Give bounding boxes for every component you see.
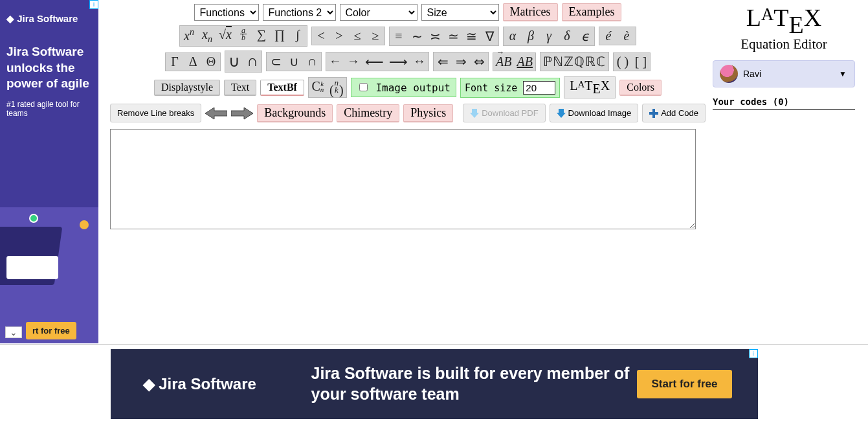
redo-arrow-icon[interactable] — [231, 106, 253, 120]
sym-bigcup[interactable]: ∪ — [225, 51, 243, 72]
matrices-button[interactable]: Matrices — [503, 3, 558, 21]
sym-epsilon[interactable]: ϵ — [576, 27, 594, 45]
symbol-row-2: Γ Δ Θ ∪ ∩ ⊂ ∪ ∩ ← → ⟵ ⟶ ↔ ⇐ ⇒ ⇔ →AB AB — [110, 51, 706, 73]
sym-underline-ab[interactable]: AB — [515, 53, 535, 71]
ad-info-icon[interactable]: i — [749, 349, 758, 358]
user-dropdown[interactable]: Ravi ▼ — [713, 60, 855, 87]
ad-collapse-chevron-icon[interactable]: ⌄ — [5, 326, 22, 338]
sym-cap[interactable]: ∩ — [303, 52, 321, 71]
font-size-input[interactable] — [523, 81, 555, 95]
sym-le[interactable]: ≤ — [348, 27, 366, 45]
sym-frac[interactable]: ab — [234, 26, 252, 46]
examples-button[interactable]: Examples — [562, 3, 622, 21]
ad-illustration: rt for free — [0, 194, 98, 343]
sym-longrightarrow[interactable]: ⟶ — [386, 52, 410, 71]
sym-parens[interactable]: ( ) — [614, 53, 632, 71]
colors-button[interactable]: Colors — [619, 80, 662, 96]
sym-e-acute[interactable]: é — [599, 27, 618, 45]
download-image-button[interactable]: Download Image — [550, 104, 639, 122]
sym-delta[interactable]: δ — [558, 27, 576, 45]
sym-int[interactable]: ∫ — [289, 26, 307, 46]
sym-cnk[interactable]: Ckn — [309, 78, 327, 97]
banner-content: i ◆ Jira Software Jira Software is built… — [111, 349, 758, 419]
sym-Delta[interactable]: Δ — [184, 53, 202, 71]
sym-simeq[interactable]: ≃ — [444, 27, 462, 45]
banner-cta-button[interactable]: Start for free — [637, 370, 731, 398]
textbf-button[interactable]: TextBf — [260, 80, 304, 96]
functions-select[interactable]: Functions — [194, 4, 259, 21]
image-output-checkbox[interactable] — [359, 83, 368, 91]
ad-logo: ◆ Jira Software — [6, 13, 92, 25]
symbol-row-1: xn xn √x ab ∑ ∏ ∫ < > ≤ ≥ ≡ ∼ ≍ ≃ ≅ ∇ α … — [110, 25, 706, 47]
sym-gt[interactable]: > — [330, 27, 348, 45]
sym-x-power-n[interactable]: xn — [180, 26, 198, 46]
sym-Leftrightarrow[interactable]: ⇔ — [470, 52, 488, 71]
latex-code-textarea[interactable] — [110, 129, 696, 229]
sym-leftarrow[interactable]: ← — [326, 52, 344, 71]
sym-brackets[interactable]: [ ] — [632, 53, 650, 71]
sym-vec-ab[interactable]: →AB — [493, 53, 514, 71]
banner-logo: ◆ Jira Software — [143, 375, 311, 393]
sym-cup[interactable]: ∪ — [285, 52, 303, 71]
your-codes-header: Your codes (0) — [713, 97, 855, 110]
sym-Leftarrow[interactable]: ⇐ — [434, 52, 452, 71]
avatar — [720, 65, 738, 83]
sym-Rightarrow[interactable]: ⇒ — [452, 52, 470, 71]
sym-binom[interactable]: nk — [327, 78, 346, 97]
symgroup-arrows: ← → ⟵ ⟶ ↔ — [326, 52, 429, 71]
sym-sim[interactable]: ∼ — [408, 27, 426, 45]
backgrounds-button[interactable]: Backgrounds — [257, 104, 333, 122]
ad-cta-button[interactable]: rt for free — [26, 322, 76, 339]
text-button[interactable]: Text — [224, 80, 256, 96]
symgroup-greek-lower: α β γ δ ϵ — [503, 27, 595, 46]
font-size-control: Font size — [460, 78, 560, 98]
chimestry-button[interactable]: Chimestry — [337, 104, 399, 122]
ad-info-icon[interactable]: i — [89, 0, 98, 9]
functions2-select[interactable]: Functions 2 — [263, 4, 336, 21]
editor-main: Functions Functions 2 Color Size Matrice… — [110, 3, 706, 231]
sym-x-sub-n[interactable]: xn — [198, 26, 216, 46]
banner-text: Jira Software is built for every member … — [311, 363, 638, 404]
sym-gamma[interactable]: γ — [540, 27, 558, 45]
download-image-label: Download Image — [568, 108, 632, 118]
symgroup-set: ⊂ ∪ ∩ — [266, 52, 322, 71]
sym-equiv[interactable]: ≡ — [390, 27, 408, 45]
sym-lt[interactable]: < — [312, 27, 330, 45]
sym-bigcap[interactable]: ∩ — [243, 51, 262, 72]
sym-alpha[interactable]: α — [504, 27, 522, 45]
symgroup-basic: xn xn √x ab ∑ ∏ ∫ — [179, 25, 307, 47]
undo-arrow-icon[interactable] — [205, 106, 227, 120]
sym-cong[interactable]: ≅ — [462, 27, 480, 45]
sym-sum[interactable]: ∑ — [252, 26, 271, 46]
size-select[interactable]: Size — [421, 4, 499, 21]
sym-leftrightarrow[interactable]: ↔ — [410, 52, 428, 71]
sym-sqrt[interactable]: √x — [216, 26, 234, 46]
add-code-button[interactable]: Add Code — [642, 104, 706, 122]
sym-subset[interactable]: ⊂ — [267, 52, 285, 71]
color-select[interactable]: Color — [340, 4, 417, 21]
sym-ge[interactable]: ≥ — [366, 27, 384, 45]
sym-prod[interactable]: ∏ — [271, 26, 289, 46]
latex-insert-button[interactable]: LATEX — [564, 76, 616, 98]
sym-asymp[interactable]: ≍ — [426, 27, 444, 45]
sym-Theta[interactable]: Θ — [202, 53, 220, 71]
latex-logo: LATEX — [713, 3, 855, 39]
sym-number-sets[interactable]: ℙℕℤℚℝℂ — [540, 52, 608, 71]
symgroup-vectors: →AB AB — [493, 52, 536, 71]
sym-Gamma[interactable]: Γ — [166, 53, 184, 71]
sym-longleftarrow[interactable]: ⟵ — [362, 52, 386, 71]
sym-rightarrow[interactable]: → — [344, 52, 362, 71]
left-sidebar-ad[interactable]: i ◆ Jira Software Jira Software unlocks … — [0, 0, 98, 343]
sym-beta[interactable]: β — [522, 27, 540, 45]
sym-e-grave[interactable]: è — [618, 27, 636, 45]
svg-marker-1 — [231, 108, 253, 119]
displaystyle-button[interactable]: Displaystyle — [154, 80, 220, 96]
symgroup-double-arrows: ⇐ ⇒ ⇔ — [433, 52, 489, 71]
sym-nabla[interactable]: ∇ — [480, 27, 498, 45]
bottom-banner-ad[interactable]: i ◆ Jira Software Jira Software is built… — [0, 344, 868, 423]
download-pdf-button[interactable]: Download PDF — [463, 104, 545, 122]
physics-button[interactable]: Physics — [403, 104, 453, 122]
svg-marker-3 — [557, 109, 566, 118]
image-output-toggle[interactable]: Image output — [351, 78, 456, 97]
remove-line-breaks-button[interactable]: Remove Line breaks — [110, 104, 201, 122]
